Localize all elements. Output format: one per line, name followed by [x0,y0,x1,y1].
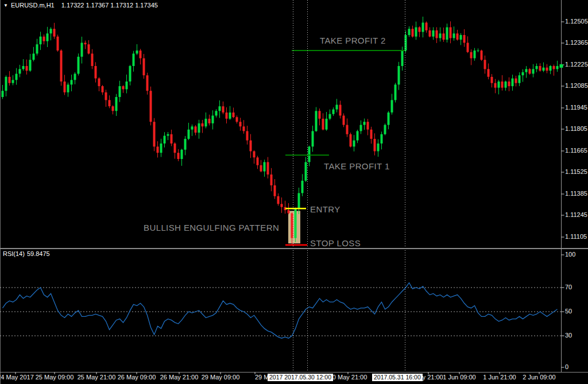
price-axis-label: 1.11945 [565,104,587,111]
rsi-value: 59.8475 [27,250,50,257]
panel-separator [0,248,588,249]
price-axis-label: 1.11665 [565,147,587,154]
rsi-name: RSI(14) [3,250,25,257]
time-axis-label: 1 Jun 21:00 [483,374,516,381]
time-axis-label: 29 May 09:00 [202,374,240,381]
take-profit-2-label: TAKE PROFIT 2 [320,36,386,45]
rsi-axis-label: 30 [565,332,572,339]
entry-label: ENTRY [310,204,341,214]
symbol-period-label: EURUSD.m,H1 [11,2,55,9]
take-profit-1-label: TAKE PROFIT 1 [324,161,390,171]
price-axis-label: 1.12225 [565,61,588,68]
vline-time-label: 2017.05.31 16:00 [372,374,423,381]
time-axis-label: 1 Jun 09:00 [443,374,476,381]
time-axis[interactable]: 24 May 201725 May 09:0025 May 21:0026 Ma… [0,374,588,383]
ohlc-values: 1.17322 1.17367 1.17312 1.17345 [61,2,158,9]
rsi-axis-label: 50 [565,308,572,315]
chart-title: ▼EURUSD.m,H11.17322 1.17367 1.17312 1.17… [3,2,158,9]
time-axis-label: 26 May 21:00 [160,374,199,381]
mt4-chart-window: ▼EURUSD.m,H11.17322 1.17367 1.17312 1.17… [0,0,588,384]
time-axis-label: 25 May 21:00 [78,374,116,381]
price-axis-label: 1.11245 [565,211,587,218]
price-axis-label: 1.12365 [565,39,588,46]
time-axis-label: 24 May 2017 [0,374,34,381]
price-axis-label: 1.12505 [565,18,588,25]
time-axis-label: 30 May 21:00 [329,374,368,381]
price-axis-label: 1.11525 [565,168,587,175]
vline-time-label: 2017 2017.05.30 12:00 [268,374,333,381]
time-axis-label: 2 Jun 09:00 [523,374,556,381]
dropdown-triangle-icon[interactable]: ▼ [3,3,8,8]
bullish-engulfing-pattern-label: BULLISH ENGULFING PATTERN [144,223,279,232]
price-axis-label: 1.11805 [565,125,587,132]
candles [2,17,559,245]
rsi-indicator-label: RSI(14)59.8475 [3,250,52,257]
rsi-line [3,283,558,339]
price-axis-label: 1.12085 [565,82,588,89]
rsi-axis-label: 100 [565,251,575,258]
rsi-axis-label: 70 [565,284,572,290]
price-axis-label: 1.11385 [565,190,587,197]
time-axis-label: 26 May 09:00 [118,374,156,381]
time-axis-label: 25 May 09:00 [36,374,74,381]
candlestick-chart-canvas[interactable] [0,0,588,384]
price-axis-label: 1.11105 [565,233,587,240]
current-price-marker [560,64,563,68]
rsi-axis-label: 0 [565,363,568,370]
stop-loss-label: STOP LOSS [310,238,361,248]
